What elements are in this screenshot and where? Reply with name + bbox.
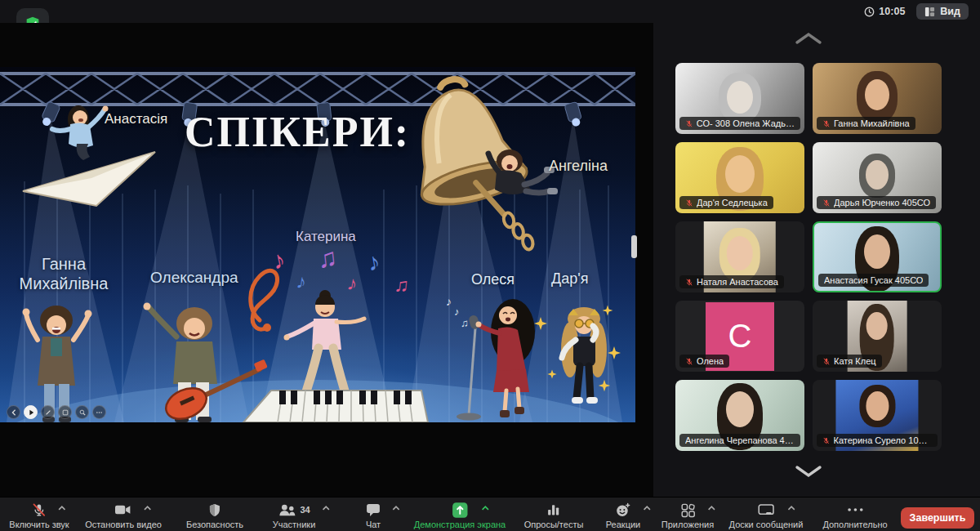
end-meeting-button[interactable]: Завершить — [901, 507, 974, 529]
participant-name: Катерина Сурело 104СО — [834, 435, 932, 445]
slide-play-button[interactable] — [24, 405, 38, 419]
share-screen-button[interactable]: Демонстрация экрана — [414, 501, 506, 529]
clock-icon — [864, 7, 875, 17]
participant-name-pill: Катя Клец Олена — [679, 355, 729, 368]
camera-icon — [115, 503, 132, 516]
participant-tile[interactable]: Ангелина Черепанова 40... — [675, 380, 804, 451]
mic-muted-icon — [822, 199, 831, 207]
participant-tile[interactable]: C Катя Клец Олена — [675, 301, 804, 372]
chevron-up-icon[interactable] — [57, 505, 66, 511]
participant-name-pill: Катерина Сурело 104СО — [817, 434, 938, 447]
slide-zoom-button[interactable] — [75, 405, 89, 419]
more-button[interactable]: Дополнительно — [822, 501, 887, 529]
participants-label: Участники — [273, 520, 316, 529]
mic-muted-icon — [822, 357, 831, 366]
chevron-up-icon[interactable] — [787, 505, 796, 511]
participant-name-pill: Анастасия Гусак 405СО — [818, 274, 929, 287]
participant-tile[interactable]: Дар'я Седлецька — [675, 142, 804, 213]
chat-button[interactable]: Чат — [366, 501, 381, 529]
panel-resize-handle[interactable] — [631, 235, 637, 258]
participant-tile[interactable]: Ганна Михайлівна — [813, 63, 942, 134]
speaker-name-daria: Дар'я — [551, 270, 588, 288]
top-right-controls: 10:05 Вид — [864, 3, 969, 20]
mic-muted-icon — [31, 502, 47, 518]
participant-name: Ганна Михайлівна — [834, 118, 910, 128]
participant-tile[interactable]: Катерина Сурело 104СО — [813, 380, 942, 451]
security-shield-icon — [207, 502, 222, 518]
participant-name: Дар'я Седлецька — [697, 198, 768, 207]
scroll-down-chevron-icon[interactable] — [795, 464, 822, 479]
whiteboards-button[interactable]: Доски сообщений — [729, 501, 804, 529]
zoom-meeting-window: 10:05 Вид — [0, 0, 980, 531]
participant-tile[interactable]: СО- 308 Олена Жадьк... — [675, 63, 804, 134]
slide-more-button[interactable] — [92, 405, 106, 419]
share-screen-icon — [452, 502, 469, 519]
reactions-label: Реакции — [606, 520, 641, 529]
chat-bubble-icon — [366, 502, 381, 517]
chevron-up-icon[interactable] — [391, 505, 400, 511]
participant-name: Ангелина Черепанова 40... — [685, 435, 795, 445]
polls-button[interactable]: Опросы/тесты — [524, 501, 584, 529]
view-button[interactable]: Вид — [916, 3, 969, 20]
view-label: Вид — [940, 6, 960, 17]
participant-name-pill: СО- 308 Олена Жадьк... — [679, 117, 800, 130]
chevron-up-icon[interactable] — [643, 505, 652, 511]
participants-count: 34 — [300, 505, 310, 515]
participants-button[interactable]: 34 Участники — [273, 501, 316, 529]
slide-draw-button[interactable] — [41, 405, 55, 419]
meeting-toolbar: Включить звук Остановить видео Безопасно… — [0, 497, 980, 531]
unmute-button[interactable]: Включить звук — [9, 501, 69, 529]
chevron-up-icon[interactable] — [707, 505, 716, 511]
participant-tile-active-speaker[interactable]: Анастасия Гусак 405СО — [813, 221, 942, 292]
reactions-button[interactable]: Реакции — [606, 501, 641, 529]
top-bar: 10:05 Вид — [0, 0, 980, 23]
mic-muted-icon — [685, 278, 693, 287]
piano-graphic — [243, 390, 428, 422]
participants-icon — [278, 503, 296, 517]
chevron-up-icon[interactable] — [322, 505, 331, 511]
meeting-timer: 10:05 — [864, 6, 905, 17]
slide-grid-button[interactable] — [58, 405, 72, 419]
apps-button[interactable]: Приложения — [662, 501, 714, 529]
speaker-name-oleksandra: Олександра — [150, 269, 238, 287]
polls-chart-icon — [546, 502, 561, 517]
participant-name: Дарья Юрченко 405СО — [834, 198, 930, 207]
mic-muted-icon — [685, 119, 693, 128]
participant-name-pill: Ангелина Черепанова 40... — [679, 434, 800, 447]
whiteboard-icon — [758, 503, 775, 517]
speaker-name-hanna: Ганна Михайлівна — [13, 255, 114, 293]
svg-text:♫: ♫ — [393, 273, 410, 297]
security-button[interactable]: Безопасность — [186, 501, 243, 529]
apps-label: Приложения — [662, 520, 714, 529]
participant-name-pill: Дар'я Седлецька — [679, 196, 773, 209]
stop-video-button[interactable]: Остановить видео — [85, 501, 162, 529]
chevron-up-icon[interactable] — [481, 505, 490, 511]
ellipsis-icon — [96, 409, 103, 416]
participant-tile[interactable]: Дарья Юрченко 405СО — [813, 142, 942, 213]
security-label: Безопасность — [186, 520, 243, 529]
mic-muted-icon — [822, 119, 831, 128]
whiteboards-label: Доски сообщений — [729, 520, 804, 529]
participant-name: Анастасия Гусак 405СО — [824, 275, 923, 285]
apps-icon — [679, 502, 695, 518]
participant-name-pill: Катя Клец — [817, 355, 882, 368]
magnifier-icon — [79, 409, 86, 416]
svg-text:♪: ♪ — [454, 306, 460, 318]
slide-prev-button[interactable] — [7, 405, 20, 419]
participant-name: СО- 308 Олена Жадьк... — [697, 118, 795, 128]
polls-label: Опросы/тесты — [524, 520, 584, 529]
scroll-up-chevron-icon[interactable] — [795, 31, 822, 46]
mic-muted-icon — [822, 436, 831, 445]
participant-tile[interactable]: Катя Клец — [813, 301, 942, 372]
participant-tile[interactable]: Наталя Анастасова — [675, 221, 804, 292]
chevron-left-icon — [11, 409, 17, 416]
reactions-smiley-icon — [615, 502, 631, 518]
participant-name-pill: Дарья Юрченко 405СО — [817, 196, 936, 209]
participant-name: Катя Клец — [834, 356, 876, 366]
ellipsis-icon — [846, 506, 864, 513]
participant-name: Наталя Анастасова — [697, 277, 778, 287]
speaker-name-anastasiia: Анастасія — [105, 111, 167, 127]
chat-label: Чат — [366, 520, 381, 529]
shared-presentation-slide: ♪ ♪ ♫ ♪ ♪ ♫ ♪ ♪ ♫ СПІКЕРИ: Анастасія Анг… — [0, 67, 635, 422]
chevron-up-icon[interactable] — [143, 505, 152, 511]
